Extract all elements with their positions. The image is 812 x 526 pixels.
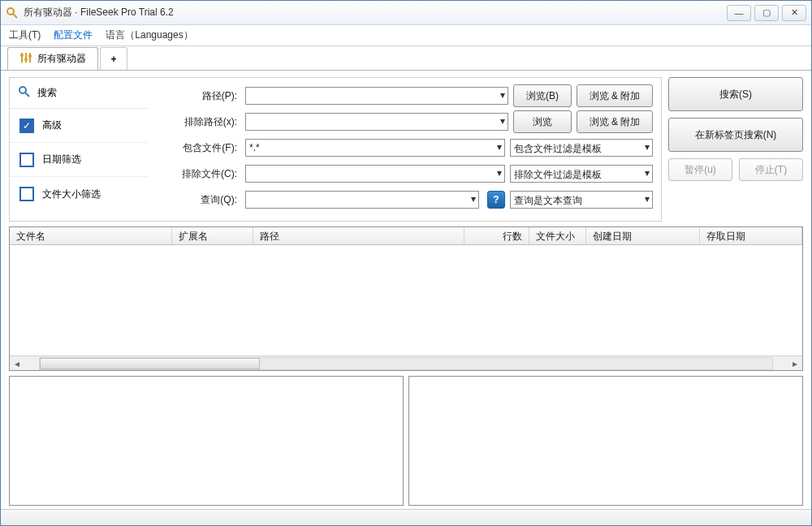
exclude-path-combo[interactable]	[245, 113, 508, 131]
svg-point-5	[20, 54, 24, 57]
plus-icon: +	[111, 54, 117, 65]
label-path: 路径(P):	[148, 89, 240, 103]
preview-pane-right[interactable]	[408, 376, 803, 506]
path-combo[interactable]	[245, 87, 508, 105]
pause-stop-group: 暂停(u) 停止(T)	[668, 158, 803, 181]
row-exclude-path: 排除路径(x): 浏览 浏览 & 附加	[148, 109, 653, 135]
browse-path-button[interactable]: 浏览(B)	[513, 84, 572, 107]
horizontal-scrollbar[interactable]: ◂ ▸	[10, 356, 802, 370]
search-header: 搜索	[10, 78, 148, 109]
option-date-filter[interactable]: 日期筛选	[10, 143, 148, 177]
query-mode-combo[interactable]: 查询是文本查询	[510, 191, 653, 209]
sliders-icon	[19, 51, 32, 67]
tab-all-drives[interactable]: 所有驱动器	[7, 47, 98, 70]
svg-line-9	[25, 93, 29, 97]
col-path[interactable]: 路径	[253, 227, 464, 244]
form-area: 路径(P): 浏览(B) 浏览 & 附加 排除路径(x): 浏览 浏览 & 附加…	[148, 78, 661, 221]
side-options: 搜索 ✓ 高级 日期筛选 文件大小筛选	[10, 78, 148, 221]
col-ext[interactable]: 扩展名	[172, 227, 253, 244]
stop-button[interactable]: 停止(T)	[739, 158, 803, 181]
titlebar: 所有驱动器 · FileSeek Pro Trial 6.2 — ▢ ✕	[1, 1, 811, 25]
tabbar: 所有驱动器 +	[1, 46, 811, 71]
menu-languages[interactable]: 语言（Languages）	[106, 28, 192, 42]
results-header: 文件名 扩展名 路径 行数 文件大小 创建日期 存取日期	[10, 227, 802, 245]
exclude-files-combo[interactable]	[245, 165, 505, 183]
search-newtab-button[interactable]: 在新标签页搜索(N)	[668, 118, 803, 152]
preview-pane-left[interactable]	[9, 376, 404, 506]
include-files-combo[interactable]: *.*	[245, 139, 505, 157]
col-filename[interactable]: 文件名	[10, 227, 172, 244]
search-card: 搜索 ✓ 高级 日期筛选 文件大小筛选	[9, 77, 662, 222]
top-panel: 搜索 ✓ 高级 日期筛选 文件大小筛选	[9, 77, 803, 222]
search-icon	[18, 85, 31, 101]
exclude-mode-combo[interactable]: 排除文件过滤是模板	[510, 165, 653, 183]
minimize-button[interactable]: —	[727, 5, 751, 21]
window-controls: — ▢ ✕	[723, 5, 806, 21]
row-include-files: 包含文件(F): *.* 包含文件过滤是模板	[148, 135, 653, 161]
row-path: 路径(P): 浏览(B) 浏览 & 附加	[148, 83, 653, 109]
svg-point-0	[7, 8, 14, 15]
close-button[interactable]: ✕	[782, 5, 806, 21]
bottom-panes	[9, 376, 803, 506]
statusbar	[1, 509, 811, 525]
col-size[interactable]: 文件大小	[529, 227, 586, 244]
col-created[interactable]: 创建日期	[586, 227, 700, 244]
content-area: 搜索 ✓ 高级 日期筛选 文件大小筛选	[1, 71, 811, 509]
browse-exclude-button[interactable]: 浏览	[513, 110, 572, 133]
option-advanced[interactable]: ✓ 高级	[10, 109, 148, 143]
col-lines[interactable]: 行数	[464, 227, 529, 244]
include-mode-combo[interactable]: 包含文件过滤是模板	[510, 139, 653, 157]
checkbox-checked-icon: ✓	[19, 119, 34, 133]
menu-profiles[interactable]: 配置文件	[54, 28, 93, 42]
menubar: 工具(T) 配置文件 语言（Languages）	[1, 25, 811, 46]
svg-point-8	[19, 87, 26, 93]
option-label: 高级	[42, 119, 62, 132]
app-icon	[6, 6, 19, 19]
svg-line-1	[13, 14, 17, 18]
scroll-right-icon[interactable]: ▸	[788, 357, 802, 370]
svg-point-6	[24, 58, 28, 61]
window-title: 所有驱动器 · FileSeek Pro Trial 6.2	[24, 6, 723, 19]
scroll-track[interactable]	[39, 357, 773, 370]
tab-label: 所有驱动器	[37, 52, 86, 66]
search-label: 搜索	[37, 86, 57, 100]
menu-tools[interactable]: 工具(T)	[9, 28, 41, 42]
option-label: 日期筛选	[42, 153, 81, 166]
results-body[interactable]	[10, 245, 802, 356]
scroll-left-icon[interactable]: ◂	[10, 357, 24, 370]
browse-append-path-button[interactable]: 浏览 & 附加	[577, 84, 653, 107]
checkbox-icon	[19, 153, 34, 167]
browse-append-exclude-button[interactable]: 浏览 & 附加	[577, 110, 653, 133]
svg-point-7	[28, 54, 32, 58]
query-help-button[interactable]: ?	[487, 191, 505, 209]
tab-add[interactable]: +	[100, 47, 127, 70]
row-query: 查询(Q): ? 查询是文本查询	[148, 187, 653, 213]
col-accessed[interactable]: 存取日期	[700, 227, 802, 244]
action-buttons: 搜索(S) 在新标签页搜索(N) 暂停(u) 停止(T)	[668, 77, 803, 222]
label-exclude-files: 排除文件(C):	[148, 167, 240, 181]
maximize-button[interactable]: ▢	[754, 5, 779, 21]
app-window: 所有驱动器 · FileSeek Pro Trial 6.2 — ▢ ✕ 工具(…	[0, 0, 812, 526]
checkbox-icon	[19, 187, 34, 201]
scroll-thumb[interactable]	[40, 358, 260, 369]
results-panel: 文件名 扩展名 路径 行数 文件大小 创建日期 存取日期 ◂ ▸	[9, 226, 803, 371]
query-combo[interactable]	[245, 191, 479, 209]
row-exclude-files: 排除文件(C): 排除文件过滤是模板	[148, 161, 653, 187]
option-size-filter[interactable]: 文件大小筛选	[10, 177, 148, 211]
label-query: 查询(Q):	[148, 193, 240, 207]
pause-button[interactable]: 暂停(u)	[668, 158, 732, 181]
search-button[interactable]: 搜索(S)	[668, 77, 803, 111]
label-exclude-path: 排除路径(x):	[148, 115, 240, 129]
option-label: 文件大小筛选	[42, 188, 101, 201]
label-include-files: 包含文件(F):	[148, 141, 240, 155]
